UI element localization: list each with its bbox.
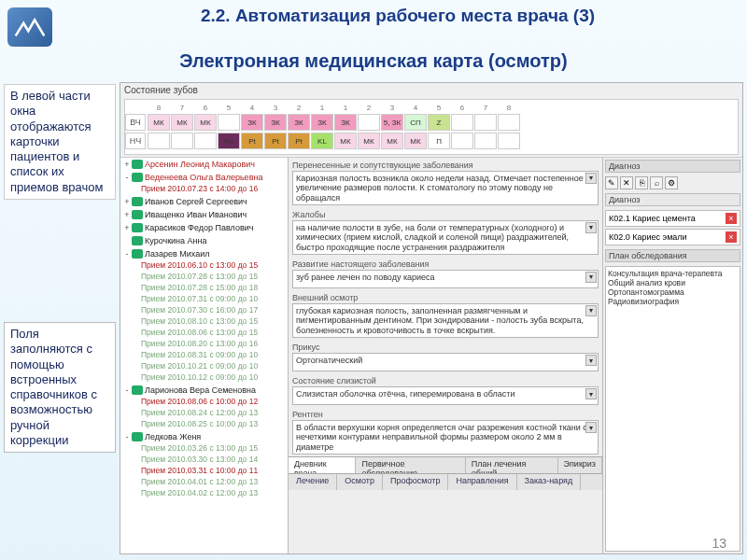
patient-row[interactable]: -Лазарев Михаил [120,247,288,260]
mucosa-field[interactable]: Слизистая оболочка отёчна, гиперемирован… [292,386,599,405]
appointment-row[interactable]: Прием 2010.08.20 c 13:00 до 16 [120,339,288,350]
tooth-cell[interactable]: Rx [218,133,240,149]
appointment-row[interactable]: Прием 2010.04.01 c 12:00 до 13 [120,477,288,488]
tab[interactable]: Заказ-наряд [517,474,582,490]
tooth-cell[interactable]: СП [404,114,427,131]
tooth-cell[interactable] [474,114,497,131]
patient-row[interactable]: Курочкина Анна [120,234,288,247]
tooth-cell[interactable]: МК [358,133,380,149]
diagnosis-item[interactable]: К02.0 Кариес эмали× [605,229,740,245]
appointment-row[interactable]: Прием 2010.08.10 c 13:00 до 15 [120,316,288,328]
progress-field[interactable]: зуб ранее лечен по поводу кариеса▾ [292,270,599,288]
appointment-row[interactable]: Прием 2010.03.30 c 13:00 до 14 [120,455,288,466]
tooth-cell[interactable]: Pt [264,133,287,149]
tooth-cell[interactable]: П [428,133,450,149]
tooth-cell[interactable]: Pt [288,133,310,149]
field-label: Прикус [292,343,319,352]
tooth-cell[interactable]: Z [428,114,450,131]
appointment-row[interactable]: Прием 2010.08.25 c 10:00 до 13 [120,419,288,430]
tab[interactable]: План лечения общий [466,457,558,473]
tooth-cell[interactable] [194,133,217,149]
tooth-cell[interactable]: ЗК [334,114,357,131]
complaints-field[interactable]: на наличие полости в зубе, на боли от те… [292,220,599,255]
center-tabs[interactable]: Дневник врачаПервичное обследованиеПлан … [289,456,602,473]
tooth-cell[interactable]: ЗК [311,114,333,131]
tooth-cell[interactable]: МК [404,133,427,149]
tab[interactable]: Дневник врача [289,457,356,473]
external-exam-field[interactable]: глубокая кариозная полость, заполненная … [292,303,599,338]
patient-row[interactable]: +Иванов Сергей Сергеевич [120,195,288,208]
patient-row[interactable]: +Карасиков Федор Павлович [120,221,288,234]
tooth-cell[interactable]: Pt [241,133,263,149]
tab[interactable]: Осмотр [337,474,383,490]
appointment-row[interactable]: Прием 2010.07.23 c 14:00 до 16 [120,184,288,195]
tooth-cell[interactable]: ЗК [288,114,310,131]
appointment-row[interactable]: Прием 2010.10.21 c 09:00 до 10 [120,361,288,372]
tooth-cell[interactable] [451,133,473,149]
patient-row[interactable]: -Ларионова Вера Семеновна [120,384,288,397]
appointment-row[interactable]: Прием 2010.08.06 c 13:00 до 15 [120,328,288,339]
patient-list[interactable]: +Арсенин Леонид Макарович-Веденеева Ольг… [120,158,289,553]
appointment-row[interactable]: Прием 2010.08.24 c 12:00 до 13 [120,408,288,419]
tab[interactable]: Профосмотр [383,474,449,490]
tool-icon[interactable]: ✕ [620,176,633,189]
diagnosis-toolbar[interactable]: ✎ ✕ ⎘ ⌕ ⚙ [605,176,740,189]
appointment-row[interactable]: Прием 2010.08.31 c 09:00 до 10 [120,350,288,361]
concomitant-field[interactable]: Кариозная полость возникла около недели … [292,171,599,205]
tab[interactable]: Первичное обследование [356,457,465,473]
tooth-cell[interactable]: KL [311,133,333,149]
tooth-cell[interactable] [148,133,170,149]
tool-icon[interactable]: ✎ [605,176,618,189]
appointment-row[interactable]: Прием 2010.07.28 c 15:00 до 18 [120,283,288,294]
tooth-cell[interactable] [171,133,193,149]
tooth-cell[interactable]: МК [171,114,193,131]
bite-field[interactable]: Ортогнатический▾ [292,353,599,371]
diagnosis-subheader: Диагноз [605,193,740,206]
patient-row[interactable]: +Арсенин Леонид Макарович [120,158,288,171]
delete-icon[interactable]: × [726,213,737,224]
tab[interactable]: Направления [448,474,516,490]
delete-icon[interactable]: × [726,231,737,243]
tooth-cell[interactable]: МК [148,114,170,131]
dropdown-icon[interactable]: ▾ [585,388,597,399]
tool-icon[interactable]: ⎘ [635,176,648,189]
tooth-cell[interactable]: МК [334,133,357,149]
tool-icon[interactable]: ⚙ [665,176,678,189]
tooth-cell[interactable]: МК [194,114,217,131]
tooth-cell[interactable] [451,114,473,131]
appointment-row[interactable]: Прием 2010.03.26 c 13:00 до 15 [120,443,288,455]
appointment-row[interactable]: Прием 2010.03.31 c 10:00 до 11 [120,466,288,477]
appointment-row[interactable]: Прием 2010.08.06 c 10:00 до 12 [120,397,288,408]
diagnosis-item[interactable]: К02.1 Кариес цемента× [605,210,740,227]
xray-field[interactable]: В области верхушки корня определяется оч… [292,420,599,455]
appointment-row[interactable]: Прием 2010.10.12 c 09:00 до 10 [120,372,288,384]
dropdown-icon[interactable]: ▾ [585,422,597,433]
patient-row[interactable]: +Иващенко Иван Иванович [120,208,288,221]
appointment-row[interactable]: Прием 2010.07.30 c 16:00 до 17 [120,305,288,316]
bottom-tabs[interactable]: ЛечениеОсмотрПрофосмотрНаправленияЗаказ-… [289,473,602,490]
dropdown-icon[interactable]: ▾ [585,355,597,366]
tool-icon[interactable]: ⌕ [650,176,663,189]
tab[interactable]: Эпикриз [558,457,602,473]
tab[interactable]: Лечение [289,474,337,490]
tooth-cell[interactable]: ЗК [264,114,287,131]
tooth-cell[interactable]: 5, ЗК [381,114,403,131]
tooth-cell[interactable] [498,133,520,149]
dropdown-icon[interactable]: ▾ [585,305,597,316]
patient-row[interactable]: -Веденеева Ольга Валерьевна [120,171,288,184]
appointment-row[interactable]: Прием 2010.07.28 c 13:00 до 15 [120,272,288,283]
tooth-cell[interactable]: МК [381,133,403,149]
tooth-cell[interactable] [498,114,520,131]
patient-row[interactable]: -Ледкова Женя [120,430,288,443]
appointment-row[interactable]: Прием 2010.07.31 c 09:00 до 10 [120,294,288,305]
tooth-cell[interactable]: ЗК [241,114,263,131]
plan-list[interactable]: Консультация врача-терапевтаОбщий анализ… [605,266,740,552]
tooth-cell[interactable] [218,114,240,131]
dropdown-icon[interactable]: ▾ [585,222,597,233]
tooth-cell[interactable] [474,133,497,149]
tooth-cell[interactable] [358,114,380,131]
dropdown-icon[interactable]: ▾ [585,272,597,283]
appointment-row[interactable]: Прием 2010.06.10 c 13:00 до 15 [120,260,288,272]
appointment-row[interactable]: Прием 2010.04.02 c 12:00 до 13 [120,488,288,499]
dropdown-icon[interactable]: ▾ [585,173,597,184]
